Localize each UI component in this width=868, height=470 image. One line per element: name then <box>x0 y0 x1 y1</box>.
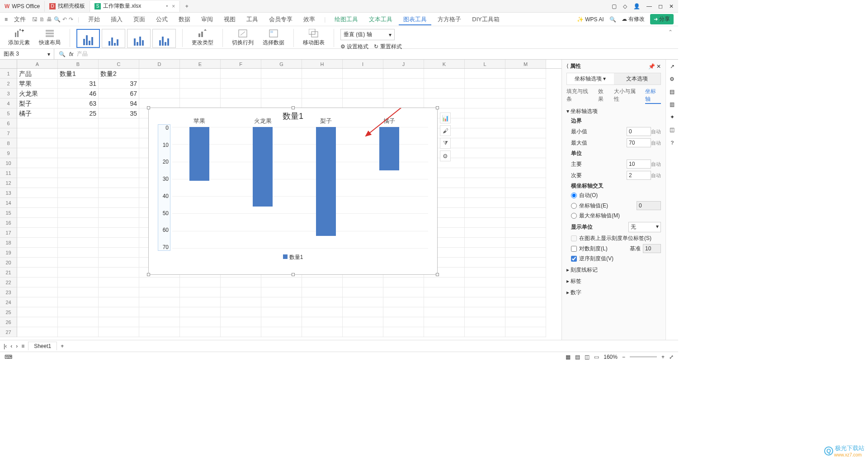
row-header[interactable]: 16 <box>0 218 17 228</box>
cell[interactable] <box>465 79 505 89</box>
cell[interactable] <box>424 287 465 297</box>
cell[interactable] <box>302 99 343 108</box>
cell[interactable] <box>505 297 546 307</box>
row-header[interactable]: 26 <box>0 317 17 327</box>
cell[interactable] <box>465 268 505 277</box>
menu-member[interactable]: 会员专享 <box>264 14 297 25</box>
cell[interactable] <box>180 69 221 79</box>
cell[interactable] <box>505 178 546 188</box>
cell[interactable] <box>99 208 139 218</box>
chart-icon[interactable]: ▥ <box>670 101 675 108</box>
cell[interactable] <box>17 287 58 297</box>
cell[interactable] <box>302 79 343 89</box>
cell[interactable] <box>505 168 546 178</box>
menu-data[interactable]: 数据 <box>174 14 195 25</box>
cell[interactable] <box>343 317 383 327</box>
cell[interactable] <box>180 317 221 327</box>
cell[interactable] <box>261 277 302 287</box>
cell[interactable] <box>383 307 424 317</box>
cell[interactable] <box>343 69 383 79</box>
row-header[interactable]: 12 <box>0 178 17 188</box>
cell[interactable] <box>465 228 505 238</box>
major-input[interactable] <box>627 160 651 169</box>
tab-workbook[interactable]: S工作簿数量.xlsx•× <box>90 1 180 12</box>
cell[interactable] <box>505 79 546 89</box>
cell[interactable] <box>465 89 505 99</box>
cell[interactable] <box>17 118 58 128</box>
reset-style-button[interactable]: ↻ 重置样式 <box>374 43 401 51</box>
cell[interactable] <box>99 258 139 268</box>
cell[interactable] <box>58 327 99 337</box>
cell[interactable] <box>505 248 546 258</box>
cell[interactable] <box>505 128 546 138</box>
subtab-fill[interactable]: 填充与线条 <box>566 88 593 104</box>
chart-brush-icon[interactable]: 🖌 <box>440 125 451 136</box>
chart-type-3[interactable] <box>127 29 151 48</box>
bar[interactable] <box>189 127 209 181</box>
cell[interactable] <box>58 198 99 208</box>
cell[interactable]: 31 <box>58 79 99 89</box>
layers-icon[interactable]: ▤ <box>670 89 675 95</box>
col-C[interactable]: C <box>99 60 139 68</box>
cell[interactable] <box>221 307 261 317</box>
cell[interactable] <box>99 158 139 168</box>
cell[interactable] <box>17 317 58 327</box>
cell[interactable] <box>302 297 343 307</box>
row-header[interactable]: 19 <box>0 248 17 258</box>
radio-axisval[interactable]: 坐标轴值(E) <box>571 201 661 210</box>
radio-auto[interactable]: 自动(O) <box>571 192 661 199</box>
cell[interactable] <box>58 168 99 178</box>
cell[interactable] <box>383 317 424 327</box>
cell[interactable] <box>343 307 383 317</box>
cell[interactable] <box>221 327 261 337</box>
file-menu[interactable]: 文件 <box>9 14 30 25</box>
view-break-icon[interactable]: ◫ <box>585 354 590 360</box>
check-reverse[interactable]: 逆序刻度值(V) <box>571 255 661 263</box>
cell[interactable] <box>17 128 58 138</box>
tab-next-icon[interactable]: › <box>16 343 18 349</box>
search-icon[interactable]: 🔍 <box>609 16 616 23</box>
cell[interactable] <box>99 287 139 297</box>
row-header[interactable]: 21 <box>0 268 17 277</box>
cell[interactable] <box>465 158 505 168</box>
bar[interactable] <box>253 127 273 207</box>
cell[interactable] <box>17 297 58 307</box>
cell[interactable] <box>465 327 505 337</box>
cell[interactable] <box>180 89 221 99</box>
row-header[interactable]: 6 <box>0 118 17 128</box>
cell[interactable] <box>99 198 139 208</box>
cell[interactable] <box>465 208 505 218</box>
cell[interactable] <box>99 238 139 248</box>
cell[interactable] <box>58 238 99 248</box>
cell[interactable]: 94 <box>99 99 139 108</box>
cell[interactable] <box>465 297 505 307</box>
cell[interactable] <box>505 138 546 148</box>
min-input[interactable] <box>627 127 651 136</box>
col-H[interactable]: H <box>302 60 343 68</box>
cell[interactable] <box>99 148 139 158</box>
cell[interactable]: 产品 <box>17 69 58 79</box>
cell[interactable] <box>99 118 139 128</box>
close-window-icon[interactable]: ✕ <box>669 3 674 9</box>
tab-first-icon[interactable]: |‹ <box>4 343 7 349</box>
cell[interactable] <box>505 277 546 287</box>
cell[interactable] <box>505 158 546 168</box>
col-A[interactable]: A <box>17 60 58 68</box>
col-D[interactable]: D <box>139 60 180 68</box>
cell[interactable] <box>505 258 546 268</box>
cell[interactable] <box>58 218 99 228</box>
cell[interactable] <box>17 198 58 208</box>
cell[interactable] <box>424 297 465 307</box>
row-header[interactable]: 24 <box>0 297 17 307</box>
style-icon[interactable]: ✦ <box>670 114 675 120</box>
zoom-fx-icon[interactable]: 🔍 <box>59 51 66 57</box>
cell[interactable] <box>302 277 343 287</box>
menu-insert[interactable]: 插入 <box>106 14 127 25</box>
cell[interactable] <box>465 277 505 287</box>
row-header[interactable]: 11 <box>0 168 17 178</box>
row-header[interactable]: 25 <box>0 307 17 317</box>
cell[interactable] <box>99 188 139 198</box>
cell[interactable] <box>221 277 261 287</box>
cell[interactable] <box>465 307 505 317</box>
cell[interactable] <box>465 248 505 258</box>
